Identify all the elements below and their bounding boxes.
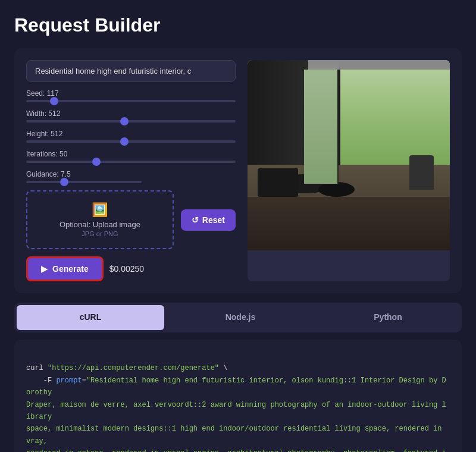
play-icon: ▶ bbox=[41, 264, 48, 274]
upload-icon: 🖼️ bbox=[38, 202, 162, 218]
height-slider-row: Height: 512 bbox=[26, 130, 236, 143]
guidance-slider[interactable] bbox=[26, 181, 142, 183]
width-slider-row: Width: 512 bbox=[26, 109, 236, 123]
interior-image bbox=[248, 60, 450, 250]
iterations-label: Iterations: 50 bbox=[26, 150, 236, 158]
reset-button[interactable]: ↺ Reset bbox=[181, 209, 236, 231]
reset-label: Reset bbox=[202, 215, 225, 225]
guidance-slider-row: Guidance: 7.5 bbox=[26, 170, 236, 183]
upload-area[interactable]: 🖼️ Optional: Upload image JPG or PNG bbox=[26, 190, 174, 249]
upload-optional-label: Optional: Upload image bbox=[38, 220, 162, 229]
generated-image-panel bbox=[248, 60, 450, 281]
code-block: curl "https://api.computerender.com/gene… bbox=[26, 350, 450, 452]
left-panel: Seed: 117 Width: 512 Height: 512 Iterati… bbox=[26, 60, 236, 281]
cost-label: $0.00250 bbox=[109, 264, 144, 274]
main-panel: Seed: 117 Width: 512 Height: 512 Iterati… bbox=[14, 48, 462, 293]
height-slider[interactable] bbox=[26, 140, 236, 143]
reset-icon: ↺ bbox=[192, 215, 199, 225]
tabs-panel: cURL Node.js Python bbox=[14, 303, 462, 332]
code-line1: curl "https://api.computerender.com/gene… bbox=[26, 364, 227, 372]
seed-slider-row: Seed: 117 bbox=[26, 89, 236, 102]
height-label: Height: 512 bbox=[26, 130, 236, 138]
width-label: Width: 512 bbox=[26, 109, 236, 118]
seed-label: Seed: 117 bbox=[26, 89, 236, 98]
guidance-label: Guidance: 7.5 bbox=[26, 170, 236, 178]
code-panel: curl "https://api.computerender.com/gene… bbox=[14, 340, 462, 452]
iterations-slider[interactable] bbox=[26, 161, 236, 163]
code-line2: -F prompt="Residential home high end fut… bbox=[26, 376, 446, 452]
width-slider[interactable] bbox=[26, 120, 236, 123]
generate-label: Generate bbox=[52, 264, 89, 274]
tabs-header: cURL Node.js Python bbox=[14, 303, 462, 332]
prompt-input[interactable] bbox=[26, 60, 236, 82]
iterations-slider-row: Iterations: 50 bbox=[26, 150, 236, 163]
tab-nodejs[interactable]: Node.js bbox=[167, 303, 314, 332]
page-title: Request Builder bbox=[14, 14, 462, 36]
seed-slider[interactable] bbox=[26, 100, 236, 102]
tab-python[interactable]: Python bbox=[314, 303, 462, 332]
generate-button[interactable]: ▶ Generate bbox=[26, 256, 104, 281]
actions-row: ▶ Generate $0.00250 bbox=[26, 256, 236, 281]
tab-curl[interactable]: cURL bbox=[17, 305, 164, 330]
upload-format-label: JPG or PNG bbox=[38, 230, 162, 237]
